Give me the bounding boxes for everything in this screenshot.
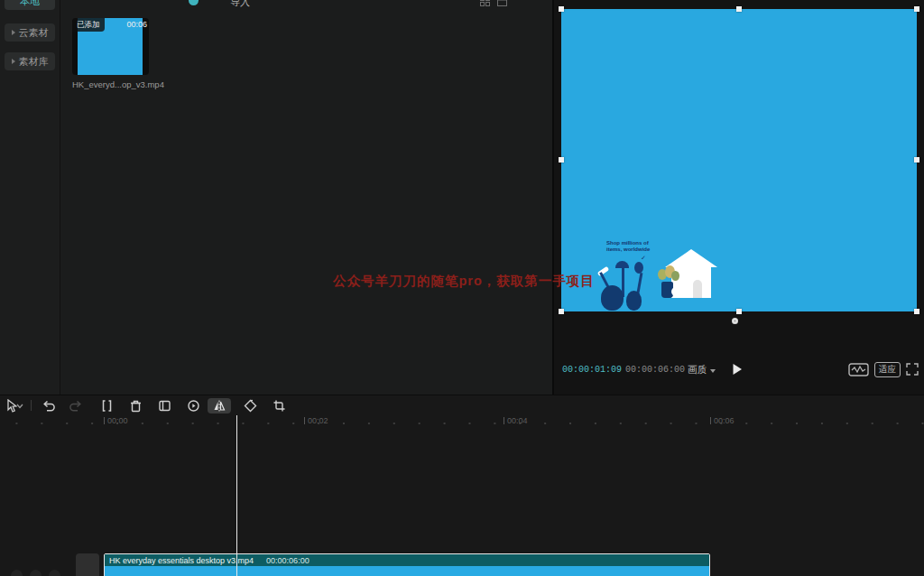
timeline-clip[interactable]: HK everyday essentials desktop v3.mp4 00… [104,553,710,576]
import-button[interactable]: 导入 [230,0,250,9]
added-badge: 已添加 [72,18,105,32]
canvas-caption: Shop millions of items, worldwide [606,240,650,253]
sidebar-item-cloud-material[interactable]: 云素材 [5,23,55,42]
fit-button[interactable]: 适应 [874,362,901,377]
ruler-tick [504,417,504,424]
track-control-icon[interactable] [11,570,23,576]
freeze-frame-button[interactable] [155,398,173,413]
mirror-button[interactable] [208,398,231,413]
ruler-tick [710,417,711,424]
track-control-icon[interactable] [49,570,60,576]
toolbar-divider [31,400,32,411]
figure-shape [626,291,642,311]
selection-handle[interactable] [559,309,564,314]
duster-shape [634,262,643,274]
sort-view-icon[interactable] [497,0,507,6]
expand-caret-icon [12,30,15,35]
ruler-tick [104,417,105,424]
timeline-ruler[interactable]: 00:00 00:02 00:04 00:06 [0,415,924,430]
select-tool-dropdown-icon[interactable] [15,398,24,413]
playhead[interactable] [236,415,237,576]
reverse-play-button[interactable] [184,398,202,413]
ruler-label: 00:00 [107,417,128,425]
play-button[interactable] [732,363,743,379]
caption-line2: items, worldwide [606,246,650,253]
current-time: 00:00:01:09 [562,365,622,375]
clip-name: HK everyday essentials desktop v3.mp4 [109,556,254,565]
crop-button[interactable] [270,398,288,413]
roof-shape [665,249,717,267]
caption-line1: Shop millions of [606,240,650,246]
selection-handle[interactable] [914,6,919,12]
track-header[interactable] [76,553,99,576]
media-view-controls [480,0,507,6]
clip-title-bar: HK everyday essentials desktop v3.mp4 00… [105,554,709,566]
grid-view-icon[interactable] [480,0,490,6]
sidebar-item-material-library[interactable]: 素材库 [5,52,55,70]
track-control-icon[interactable] [30,570,42,576]
selection-handle[interactable] [914,309,919,314]
sidebar-item-local[interactable]: 本地 [5,0,55,10]
ruler-label: 00:02 [308,417,328,425]
chevron-down-icon [710,369,716,373]
total-time: 00:00:06:00 [625,365,685,375]
rotate-button[interactable] [241,398,259,413]
brush-shape [615,261,629,268]
selection-handle[interactable] [736,6,742,12]
selection-handle[interactable] [559,6,564,12]
waveform-toggle-icon[interactable] [848,363,869,380]
plant-shape [671,271,679,281]
selection-handle[interactable] [914,157,919,163]
media-thumbnail[interactable]: 已添加 00:06 [72,18,149,75]
rotate-handle[interactable] [732,318,738,324]
split-button[interactable] [97,398,116,413]
import-status-icon [189,0,199,5]
undo-button[interactable] [40,398,58,413]
quality-dropdown[interactable]: 画质 [688,364,716,376]
sidebar-item-label: 本地 [20,0,40,8]
ruler-mark: 00:04 [504,417,528,425]
mug-shape [671,287,680,296]
media-filename: HK_everyd...op_v3.mp4 [72,79,149,89]
selection-handle[interactable] [736,309,742,314]
media-item[interactable]: 已添加 00:06 HK_everyd...op_v3.mp4 [72,18,149,89]
media-duration: 00:06 [126,20,147,29]
quality-label: 画质 [688,364,707,376]
delete-button[interactable] [126,398,144,413]
selection-handle[interactable] [559,157,564,163]
preview-canvas[interactable]: Shop millions of items, worldwide ✓ [561,9,917,311]
video-editor-app: 本地 云素材 素材库 导入 [0,0,924,576]
ruler-label: 00:04 [507,417,528,425]
ruler-tick [304,417,305,424]
media-panel: 导入 已添加 00:06 HK_eve [60,0,552,395]
redo-button[interactable] [67,398,85,413]
figure-shape [601,285,624,311]
cleaning-tools-illustration [596,255,666,312]
watermark-text: 公众号羊刀刀的随笔pro，获取第一手项目 [333,273,595,290]
clip-filmstrip [105,566,709,576]
house-illustration [665,249,717,298]
timeline-toolbar [0,395,924,415]
ruler-mark: 00:02 [304,417,328,425]
sidebar-item-label: 云素材 [19,26,49,40]
expand-caret-icon [12,59,15,64]
door-shape [693,280,702,298]
top-section: 本地 云素材 素材库 导入 [0,0,924,395]
media-source-sidebar: 本地 云素材 素材库 [0,0,60,395]
ruler-label: 00:06 [714,417,735,425]
ruler-mark: 00:06 [710,417,735,425]
preview-control-bar: 00:00:01:09 00:00:06:00 画质 适应 [554,358,924,382]
ruler-mark: 00:00 [104,417,128,425]
timeline-section: 00:00 00:02 00:04 00:06 HK everyday esse… [0,395,924,576]
preview-panel: Shop millions of items, worldwide ✓ [552,0,924,395]
sidebar-item-label: 素材库 [19,55,49,69]
fullscreen-icon[interactable] [906,363,919,379]
clip-duration: 00:00:06:00 [266,556,310,565]
